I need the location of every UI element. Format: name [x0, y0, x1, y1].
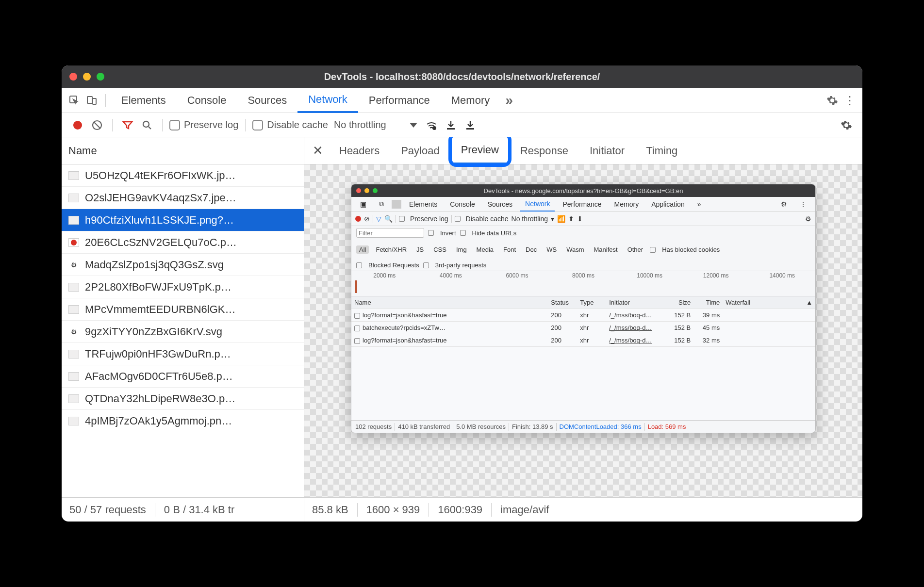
inner-blocked-cookies: Has blocked cookies	[662, 246, 720, 253]
tab-sources[interactable]: Sources	[237, 88, 297, 113]
search-icon[interactable]	[139, 117, 155, 133]
inner-load: Load: 569 ms	[648, 423, 686, 430]
inner-status-bar: 102 requests 410 kB transferred 5.0 MB r…	[351, 420, 815, 433]
request-row[interactable]: TRFujw0pi0nHF3GwDuRn.p…	[62, 343, 304, 365]
request-row[interactable]: h90CtfziXluvh1LSSKJE.png?…	[62, 209, 304, 231]
inner-col-status: Status	[548, 299, 577, 306]
request-name: 4pIMBj7zOAk1y5Agmmoj.pn…	[85, 415, 232, 427]
sidebar-header[interactable]: Name	[62, 137, 304, 164]
close-window-button[interactable]	[69, 73, 77, 81]
settings-icon[interactable]	[824, 92, 841, 109]
tab-elements[interactable]: Elements	[111, 88, 177, 113]
record-button[interactable]	[69, 117, 86, 133]
inner-type-xhr: Fetch/XHR	[373, 245, 410, 254]
image-file-icon	[68, 305, 79, 314]
minimize-window-button[interactable]	[83, 73, 91, 81]
inner-titlebar: DevTools - news.google.com/topstories?hl…	[351, 184, 815, 197]
transfer-size: 0 B / 31.4 kB tr	[164, 504, 235, 516]
image-file-icon	[68, 283, 79, 292]
clear-button[interactable]	[89, 117, 105, 133]
request-row[interactable]: ⚙9gzXiTYY0nZzBxGI6KrV.svg	[62, 321, 304, 343]
network-conditions-icon[interactable]	[423, 117, 440, 133]
inner-col-size: Size	[664, 299, 693, 306]
inner-blocked-requests: Blocked Requests	[368, 261, 419, 269]
request-row[interactable]: ⚙MadqZslZpo1sj3qQ3GsZ.svg	[62, 254, 304, 276]
inner-throttling: No throttling	[512, 215, 548, 223]
inner-request-row: log?format=json&hasfast=true200xhr/_/mss…	[351, 334, 815, 347]
disable-cache-checkbox[interactable]: Disable cache	[252, 119, 328, 130]
request-row[interactable]: 20E6CLcSzNV2GELQu7oC.p…	[62, 231, 304, 254]
inner-req-count: 102 requests	[355, 423, 392, 430]
file-list: U5OHzQL4tEKFr6OFIxWK.jp…O2slJEHG9avKV4aq…	[62, 164, 304, 497]
inner-tab-memory: Memory	[610, 200, 644, 208]
tab-preview[interactable]: Preview	[450, 137, 510, 164]
inner-request-row: log?format=json&hasfast=true200xhr/_/mss…	[351, 309, 815, 322]
request-name: O2slJEHG9avKV4aqzSx7.jpe…	[85, 192, 236, 204]
tab-initiator[interactable]: Initiator	[579, 137, 635, 164]
inner-main-tabs: ▣ ⧉ Elements Console Sources Network Per…	[351, 197, 815, 212]
inner-col-type: Type	[577, 299, 606, 306]
svg-rect-1	[87, 97, 92, 103]
request-row[interactable]: 2P2L80XfBoFWJFxU9TpK.p…	[62, 276, 304, 298]
network-controls: Preserve log Disable cache No throttling	[62, 113, 862, 137]
divider	[105, 94, 106, 107]
tab-network[interactable]: Network	[297, 88, 358, 113]
image-file-icon	[68, 417, 79, 425]
throttling-select[interactable]: No throttling	[331, 119, 420, 130]
disable-cache-label: Disable cache	[267, 119, 328, 130]
inner-tab-application: Application	[646, 200, 690, 208]
inner-type-img: Img	[453, 245, 470, 254]
request-name: 20E6CLcSzNV2GELQu7oC.p…	[85, 236, 237, 249]
inner-disable-cache: Disable cache	[466, 215, 509, 223]
tab-headers[interactable]: Headers	[329, 137, 390, 164]
tab-performance[interactable]: Performance	[358, 88, 441, 113]
tab-response[interactable]: Response	[510, 137, 579, 164]
preview-size: 85.8 kB	[312, 504, 348, 516]
inner-gear-icon: ⚙	[776, 200, 792, 208]
svg-point-4	[143, 121, 149, 127]
svg-rect-6	[447, 128, 455, 130]
inspect-icon[interactable]	[66, 92, 83, 109]
export-har-icon[interactable]	[462, 117, 478, 133]
maximize-window-button[interactable]	[97, 73, 104, 81]
inner-window-title: DevTools - news.google.com/topstories?hl…	[351, 187, 815, 195]
preview-ratio: 1600:939	[438, 504, 482, 516]
tab-memory[interactable]: Memory	[441, 88, 500, 113]
inner-resources: 5.0 MB resources	[456, 423, 506, 430]
requests-sidebar: Name U5OHzQL4tEKFr6OFIxWK.jp…O2slJEHG9av…	[62, 137, 304, 522]
import-har-icon[interactable]	[443, 117, 459, 133]
request-row[interactable]: MPcVmmemtEEDURBN6lGK…	[62, 298, 304, 321]
kebab-menu-icon[interactable]: ⋮	[841, 92, 858, 109]
timeline-tick: 8000 ms	[550, 272, 617, 296]
panel-settings-icon[interactable]	[838, 117, 855, 133]
preview-pane: DevTools - news.google.com/topstories?hl…	[304, 164, 862, 497]
timeline-tick: 6000 ms	[484, 272, 550, 296]
request-row[interactable]: AFacMOgv6D0CFTr6U5e8.p…	[62, 365, 304, 388]
inner-type-media: Media	[474, 245, 496, 254]
inner-controls: ⊘ ▽🔍 Preserve log Disable cache No throt…	[351, 212, 815, 226]
inner-type-wasm: Wasm	[563, 245, 587, 254]
request-name: h90CtfziXluvh1LSSKJE.png?…	[85, 214, 234, 227]
filter-icon[interactable]	[119, 117, 136, 133]
inner-type-css: CSS	[430, 245, 449, 254]
svg-point-5	[433, 127, 436, 130]
device-toggle-icon[interactable]	[83, 92, 100, 109]
inner-col-time: Time	[693, 299, 723, 306]
preview-image: DevTools - news.google.com/topstories?hl…	[351, 184, 816, 433]
request-row[interactable]: QTDnaY32hLDipeRW8e3O.p…	[62, 388, 304, 410]
tab-console[interactable]: Console	[177, 88, 237, 113]
svg-file-icon: ⚙	[68, 327, 79, 336]
tab-timing[interactable]: Timing	[635, 137, 688, 164]
request-row[interactable]: 4pIMBj7zOAk1y5Agmmoj.pn…	[62, 410, 304, 432]
more-tabs-icon[interactable]: »	[500, 92, 518, 109]
request-row[interactable]: U5OHzQL4tEKFr6OFIxWK.jp…	[62, 164, 304, 187]
request-name: MadqZslZpo1sj3qQ3GsZ.svg	[85, 259, 224, 271]
preserve-log-checkbox[interactable]: Preserve log	[169, 119, 238, 130]
request-name: MPcVmmemtEEDURBN6lGK…	[85, 303, 235, 316]
inner-filter-input	[356, 228, 424, 238]
inner-inspect-icon: ▣	[355, 200, 371, 208]
inner-requests-table: Name Status Type Initiator Size Time Wat…	[351, 296, 815, 420]
tab-payload[interactable]: Payload	[390, 137, 450, 164]
close-detail-icon[interactable]: ✕	[307, 140, 329, 162]
request-row[interactable]: O2slJEHG9avKV4aqzSx7.jpe…	[62, 187, 304, 209]
